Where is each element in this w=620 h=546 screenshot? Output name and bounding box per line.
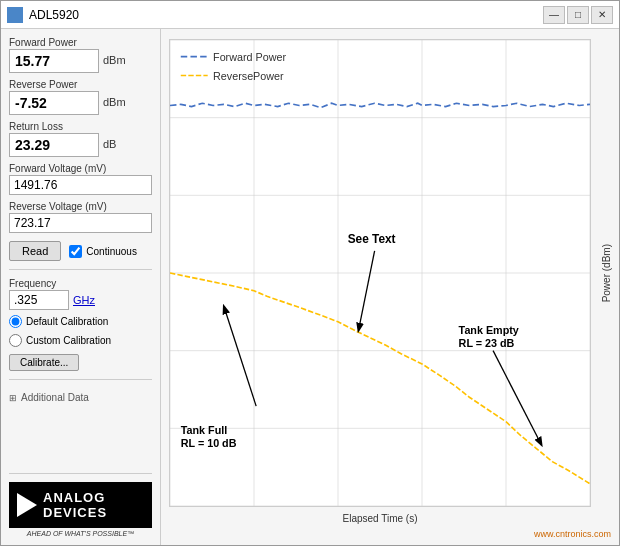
frequency-row: GHz <box>9 290 152 310</box>
read-button[interactable]: Read <box>9 241 61 261</box>
svg-line-37 <box>493 351 541 445</box>
chart-svg: 20 15 10 5 0 -5 -10 60 48 36 24 12 0 <box>170 40 590 506</box>
divider-2 <box>9 379 152 380</box>
app-icon <box>7 7 23 23</box>
forward-power-input[interactable] <box>9 49 99 73</box>
additional-data-section: ⊞ Additional Data <box>9 392 152 403</box>
frequency-section: Frequency GHz <box>9 278 152 310</box>
svg-text:ReversePower: ReversePower <box>213 70 284 82</box>
main-content: Forward Power dBm Reverse Power dBm Retu… <box>1 29 619 545</box>
logo-triangle-icon <box>17 493 37 517</box>
chart-area: 20 15 10 5 0 -5 -10 60 48 36 24 12 0 <box>161 29 619 545</box>
additional-data-label: Additional Data <box>21 392 89 403</box>
default-cal-radio[interactable] <box>9 315 22 328</box>
reverse-power-unit: dBm <box>103 96 126 108</box>
chart-container: 20 15 10 5 0 -5 -10 60 48 36 24 12 0 <box>169 39 591 507</box>
x-axis-label: Elapsed Time (s) <box>170 513 590 524</box>
tagline: AHEAD OF WHAT'S POSSIBLE™ <box>9 530 152 537</box>
forward-power-unit: dBm <box>103 54 126 66</box>
custom-cal-text: Custom Calibration <box>26 335 111 346</box>
forward-power-label: Forward Power <box>9 37 152 48</box>
svg-text:Tank Empty: Tank Empty <box>459 324 520 336</box>
title-bar: ADL5920 — □ ✕ <box>1 1 619 29</box>
svg-text:Tank Full: Tank Full <box>181 424 227 436</box>
svg-text:RL = 10 dB: RL = 10 dB <box>181 437 237 449</box>
fwd-voltage-label: Forward Voltage (mV) <box>9 163 152 174</box>
logo-area: ANALOG DEVICES AHEAD OF WHAT'S POSSIBLE™ <box>9 473 152 537</box>
svg-text:RL = 23 dB: RL = 23 dB <box>459 337 515 349</box>
continuous-label: Continuous <box>86 246 137 257</box>
reverse-power-label: Reverse Power <box>9 79 152 90</box>
expand-icon[interactable]: ⊞ <box>9 393 17 403</box>
svg-text:See Text: See Text <box>348 232 396 246</box>
return-loss-section: Return Loss dB <box>9 121 152 159</box>
frequency-input[interactable] <box>9 290 69 310</box>
return-loss-unit: dB <box>103 138 116 150</box>
maximize-button[interactable]: □ <box>567 6 589 24</box>
fwd-voltage-section: Forward Voltage (mV) <box>9 163 152 197</box>
reverse-power-section: Reverse Power dBm <box>9 79 152 117</box>
svg-line-33 <box>358 251 374 331</box>
default-cal-label[interactable]: Default Calibration <box>9 315 152 328</box>
main-window: ADL5920 — □ ✕ Forward Power dBm Reverse … <box>0 0 620 546</box>
continuous-checkbox[interactable] <box>69 245 82 258</box>
calibrate-button[interactable]: Calibrate... <box>9 354 79 371</box>
window-controls: — □ ✕ <box>543 6 613 24</box>
frequency-unit[interactable]: GHz <box>73 294 95 306</box>
window-title: ADL5920 <box>29 8 79 22</box>
rev-voltage-label: Reverse Voltage (mV) <box>9 201 152 212</box>
rev-voltage-section: Reverse Voltage (mV) <box>9 201 152 235</box>
y-axis-label-container: Power (dBm) <box>601 40 612 506</box>
frequency-label: Frequency <box>9 278 152 289</box>
close-button[interactable]: ✕ <box>591 6 613 24</box>
return-loss-input[interactable] <box>9 133 99 157</box>
fwd-voltage-input[interactable] <box>9 175 152 195</box>
custom-cal-radio[interactable] <box>9 334 22 347</box>
logo-line2: DEVICES <box>43 505 107 520</box>
forward-power-section: Forward Power dBm <box>9 37 152 75</box>
custom-cal-label[interactable]: Custom Calibration <box>9 334 152 347</box>
left-panel: Forward Power dBm Reverse Power dBm Retu… <box>1 29 161 545</box>
watermark: www.cntronics.com <box>165 527 615 541</box>
analog-devices-logo: ANALOG DEVICES <box>9 482 152 528</box>
default-cal-text: Default Calibration <box>26 316 108 327</box>
continuous-checkbox-label[interactable]: Continuous <box>69 245 137 258</box>
logo-text: ANALOG DEVICES <box>43 490 107 520</box>
rev-voltage-input[interactable] <box>9 213 152 233</box>
divider-1 <box>9 269 152 270</box>
title-bar-left: ADL5920 <box>7 7 79 23</box>
y-axis-label: Power (dBm) <box>601 244 612 302</box>
svg-line-30 <box>224 306 256 406</box>
read-row: Read Continuous <box>9 241 152 261</box>
svg-text:Forward Power: Forward Power <box>213 51 286 63</box>
reverse-power-input[interactable] <box>9 91 99 115</box>
minimize-button[interactable]: — <box>543 6 565 24</box>
return-loss-label: Return Loss <box>9 121 152 132</box>
logo-line1: ANALOG <box>43 490 107 505</box>
